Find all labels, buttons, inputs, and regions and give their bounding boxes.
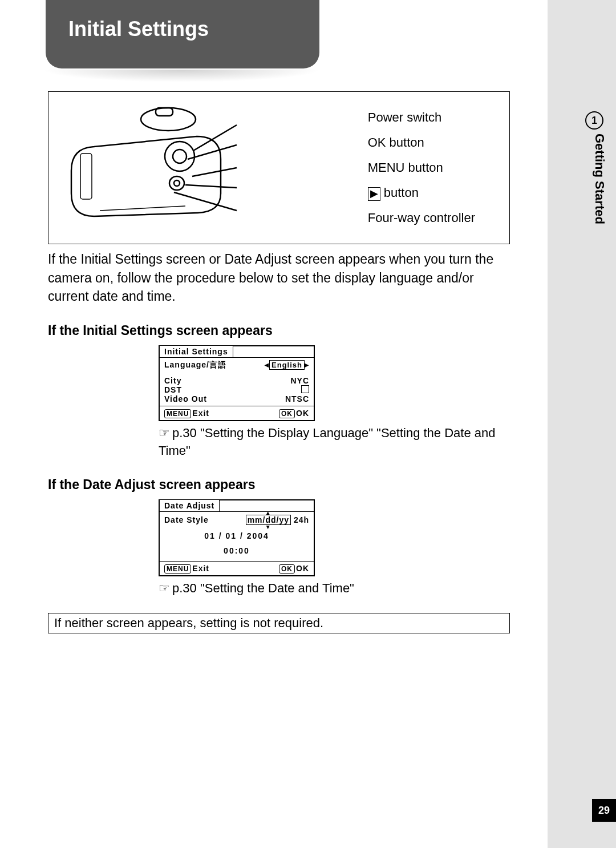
callout-ok-button: OK button <box>368 130 475 155</box>
svg-point-0 <box>141 108 196 131</box>
lcd1-city-value: NYC <box>290 376 309 385</box>
lcd1-language-value: ◂English▸ <box>265 360 309 370</box>
page-title-tab: Initial Settings <box>46 0 319 68</box>
svg-line-8 <box>192 168 237 176</box>
menu-button-icon: MENU <box>164 409 191 418</box>
lcd-initial-settings: Initial Settings Language/言語 ◂English▸ C… <box>159 345 315 421</box>
svg-point-2 <box>165 142 194 171</box>
lcd2-date: 01 / 01 / 2004 <box>164 531 309 540</box>
lcd1-dst-label: DST <box>164 385 182 394</box>
svg-line-12 <box>100 206 185 211</box>
lcd1-dst-checkbox <box>301 385 309 393</box>
lcd1-title: Initial Settings <box>159 345 233 357</box>
lcd1-video-label: Video Out <box>164 394 207 403</box>
lcd2-style-label: Date Style <box>164 515 209 524</box>
pointer-icon: ☞ <box>159 581 170 595</box>
playback-icon: ▶ <box>368 187 380 201</box>
reference-2: ☞p.30 "Setting the Date and Time" <box>159 580 510 597</box>
page-title: Initial Settings <box>68 17 209 41</box>
svg-line-7 <box>188 145 237 159</box>
lcd1-city-label: City <box>164 376 181 385</box>
callout-list: Power switch OK button MENU button ▶butt… <box>368 105 475 231</box>
lcd2-style-value: ▲mm/dd/yy▼ 24h <box>246 515 309 524</box>
svg-point-4 <box>169 176 184 190</box>
subhead-date-adjust: If the Date Adjust screen appears <box>48 477 510 492</box>
svg-line-10 <box>174 192 237 211</box>
subhead-initial-settings: If the Initial Settings screen appears <box>48 323 510 338</box>
title-shadow <box>42 70 321 82</box>
svg-point-3 <box>173 150 187 163</box>
svg-rect-11 <box>80 154 92 199</box>
ok-button-icon: OK <box>279 564 295 574</box>
note-box: If neither screen appears, setting is no… <box>48 613 510 633</box>
section-name-vertical: Getting Started <box>592 134 607 224</box>
reference-1: ☞p.30 "Setting the Display Language" "Se… <box>159 425 510 460</box>
side-gutter <box>548 0 616 848</box>
ok-button-icon: OK <box>279 409 295 418</box>
lcd-date-adjust: Date Adjust Date Style ▲mm/dd/yy▼ 24h 01… <box>159 499 315 576</box>
lcd2-title: Date Adjust <box>159 499 220 511</box>
svg-line-9 <box>185 185 237 188</box>
lcd2-time: 00:00 <box>164 546 309 555</box>
intro-paragraph: If the Initial Settings screen or Date A… <box>48 250 510 306</box>
callout-menu-button: MENU button <box>368 155 475 180</box>
menu-button-icon: MENU <box>164 564 191 574</box>
callout-power-switch: Power switch <box>368 105 475 130</box>
camera-diagram-frame: Power switch OK button MENU button ▶butt… <box>48 91 510 244</box>
callout-play-button: ▶button <box>368 180 475 205</box>
page-number-tab: 29 <box>592 799 616 822</box>
camera-line-art <box>66 102 254 233</box>
lcd1-language-label: Language/言語 <box>164 360 226 370</box>
svg-point-5 <box>174 180 180 186</box>
content-column: Power switch OK button MENU button ▶butt… <box>48 91 510 633</box>
pointer-icon: ☞ <box>159 426 170 440</box>
lcd1-video-value: NTSC <box>285 394 309 403</box>
section-number-badge: 1 <box>585 111 603 130</box>
callout-four-way: Four-way controller <box>368 205 475 231</box>
